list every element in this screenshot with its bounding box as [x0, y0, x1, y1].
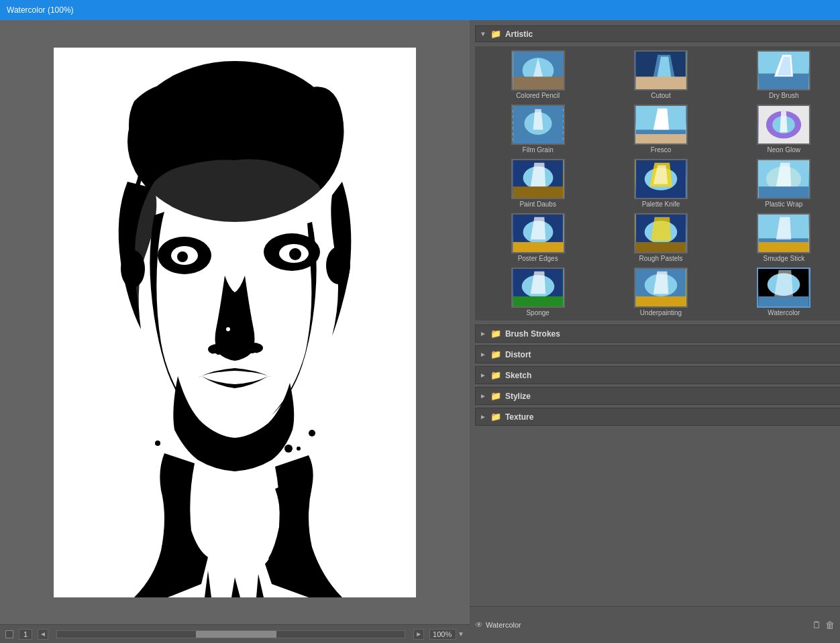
filter-colored-pencil[interactable]: Colored Pencil [478, 49, 598, 101]
svg-point-7 [289, 248, 301, 260]
artistic-expand-arrow: ▼ [480, 30, 486, 38]
filter-film-grain[interactable]: Film Grain [478, 103, 598, 155]
category-distort[interactable]: ► 📁 Distort [475, 345, 840, 363]
svg-rect-68 [759, 242, 809, 252]
artistic-folder-icon: 📁 [490, 29, 501, 39]
filter-name-paint-daubs: Paint Daubs [519, 200, 556, 208]
filter-name-smudge-stick: Smudge Stick [763, 255, 804, 262]
sketch-label: Sketch [505, 371, 531, 380]
filter-name-neon-glow: Neon Glow [768, 146, 800, 154]
svg-point-8 [208, 344, 228, 355]
filter-thumb-poster-edges [511, 213, 565, 253]
effect-watercolor-item[interactable]: 👁 Watercolor [475, 620, 521, 630]
svg-rect-72 [513, 296, 563, 306]
filter-cutout[interactable]: Cutout [600, 49, 721, 101]
stylize-label: Stylize [505, 392, 531, 401]
filter-thumb-fresco [634, 105, 688, 145]
filter-thumb-neon-glow [757, 105, 810, 145]
svg-point-9 [243, 343, 263, 353]
svg-marker-44 [780, 111, 788, 132]
distort-expand-arrow: ► [480, 351, 486, 358]
filter-name-fresco: Fresco [651, 146, 672, 154]
distort-label: Distort [505, 350, 531, 359]
filter-dry-brush[interactable]: Dry Brush [724, 49, 840, 101]
filter-smudge-stick[interactable]: Smudge Stick [724, 212, 840, 264]
artistic-label: Artistic [505, 30, 533, 39]
svg-rect-80 [759, 296, 809, 306]
svg-rect-29 [636, 76, 686, 89]
filter-thumb-palette-knife [634, 159, 688, 199]
filter-underpainting[interactable]: Underpainting [600, 266, 721, 318]
svg-point-10 [121, 250, 145, 288]
texture-folder-icon: 📁 [490, 412, 501, 422]
svg-point-15 [166, 455, 170, 459]
top-right-area: ▼ 📁 Artistic Colored Pencil [470, 20, 840, 606]
filter-name-poster-edges: Poster Edges [518, 255, 558, 262]
brush-strokes-folder-icon: 📁 [490, 329, 501, 339]
filter-sponge[interactable]: Sponge [478, 266, 598, 318]
scroll-right-arrow[interactable]: ► [413, 629, 424, 640]
category-texture[interactable]: ► 📁 Texture [475, 408, 840, 426]
filter-thumb-dry-brush [757, 50, 810, 91]
filter-fresco[interactable]: Fresco [600, 103, 721, 155]
filter-name-colored-pencil: Colored Pencil [516, 92, 560, 99]
effect-add-icon[interactable]: 🗒 [812, 620, 821, 630]
svg-rect-64 [636, 242, 686, 252]
svg-rect-25 [513, 76, 563, 89]
svg-point-12 [166, 458, 176, 469]
distort-folder-icon: 📁 [490, 349, 501, 359]
effects-list: 👁 Watercolor 🗒 🗑 [470, 606, 840, 643]
filter-thumb-rough-pastels [634, 213, 688, 253]
canvas-image [54, 48, 416, 597]
stylize-folder-icon: 📁 [490, 391, 501, 401]
filter-thumb-paint-daubs [511, 159, 565, 199]
category-sketch[interactable]: ► 📁 Sketch [475, 366, 840, 384]
svg-rect-60 [513, 242, 563, 252]
filter-thumb-plastic-wrap [757, 159, 810, 199]
canvas-container [0, 20, 470, 624]
filter-name-rough-pastels: Rough Pastels [639, 255, 682, 262]
filter-plastic-wrap[interactable]: Plastic Wrap [724, 158, 840, 209]
scroll-left-arrow[interactable]: ◄ [38, 629, 48, 640]
window-title: Watercolor (100%) [7, 5, 74, 15]
artistic-category-header[interactable]: ▼ 📁 Artistic [475, 25, 840, 42]
svg-rect-48 [513, 186, 563, 198]
filter-paint-daubs[interactable]: Paint Daubs [478, 158, 598, 209]
filter-rough-pastels[interactable]: Rough Pastels [600, 212, 721, 264]
filter-poster-edges[interactable]: Poster Edges [478, 212, 598, 264]
zoom-control: 100% ▼ [429, 629, 464, 640]
filter-palette-knife[interactable]: Palette Knife [600, 158, 721, 209]
scroll-thumb[interactable] [196, 631, 276, 638]
filter-grid: Colored Pencil Cutout Dry [475, 46, 840, 320]
svg-rect-76 [636, 296, 686, 306]
filter-thumb-cutout [634, 50, 688, 91]
zoom-value[interactable]: 100% [429, 629, 456, 640]
svg-point-14 [155, 441, 160, 446]
filter-watercolor[interactable]: Watercolor [724, 266, 840, 318]
zoom-dropdown-arrow[interactable]: ▼ [458, 630, 464, 638]
filter-neon-glow[interactable]: Neon Glow [724, 103, 840, 155]
svg-rect-56 [759, 186, 809, 198]
brush-strokes-label: Brush Strokes [505, 329, 560, 339]
filter-name-cutout: Cutout [651, 92, 670, 99]
horizontal-scrollbar[interactable] [56, 630, 405, 638]
filter-thumb-underpainting [634, 268, 688, 308]
filter-list-panel: ▼ 📁 Artistic Colored Pencil [470, 20, 840, 606]
canvas-area: 1 ◄ ► 100% ▼ [0, 20, 470, 643]
filter-thumb-smudge-stick [757, 213, 810, 253]
checkbox-1[interactable] [5, 630, 13, 638]
eye-icon[interactable]: 👁 [475, 620, 483, 630]
svg-rect-40 [636, 134, 686, 143]
category-brush-strokes[interactable]: ► 📁 Brush Strokes [475, 325, 840, 343]
page-number: 1 [19, 629, 32, 640]
svg-point-20 [212, 353, 217, 359]
filter-name-plastic-wrap: Plastic Wrap [765, 200, 802, 208]
filter-thumb-film-grain [511, 105, 565, 145]
svg-point-11 [326, 247, 350, 284]
filter-thumb-watercolor [757, 268, 810, 308]
category-stylize[interactable]: ► 📁 Stylize [475, 387, 840, 405]
filter-name-watercolor: Watercolor [768, 309, 800, 316]
svg-point-4 [177, 251, 188, 262]
svg-point-17 [297, 447, 301, 451]
effect-delete-icon[interactable]: 🗑 [825, 620, 835, 630]
